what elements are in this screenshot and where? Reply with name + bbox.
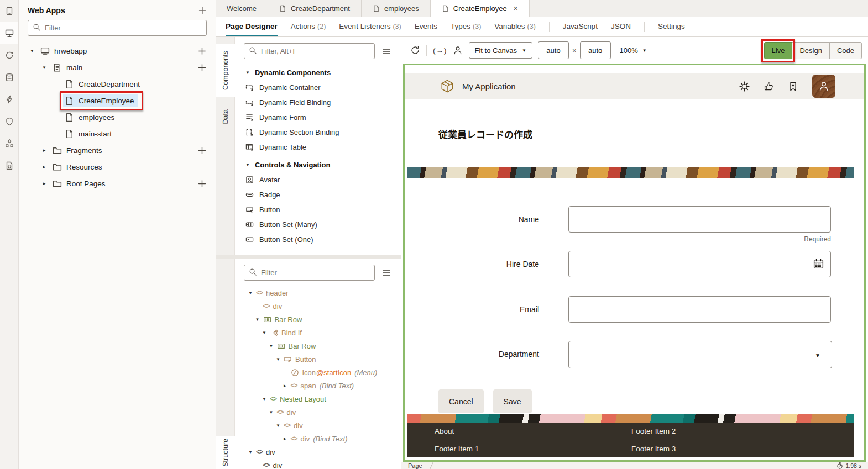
tree-expand-arrow[interactable]: ▼ <box>255 317 263 322</box>
editor-tab-createemployee[interactable]: CreateEmployee× <box>431 0 530 17</box>
tree-item-createdepartment[interactable]: CreateDepartment <box>19 76 216 92</box>
hire-date-input[interactable] <box>568 251 831 277</box>
web-apps-filter-input[interactable] <box>28 20 207 36</box>
tree-expand-arrow[interactable]: ▼ <box>30 49 39 54</box>
refresh-icon[interactable] <box>410 45 420 55</box>
avatar[interactable] <box>812 75 835 98</box>
structure-node-div[interactable]: <>div <box>235 459 401 469</box>
tree-expand-arrow[interactable]: ▼ <box>262 330 270 335</box>
zoom-select[interactable]: 100%▼ <box>620 46 647 55</box>
tree-collapse-arrow[interactable]: ► <box>42 181 51 186</box>
save-button[interactable]: Save <box>493 389 532 413</box>
field-department[interactable]: ▼ <box>568 341 832 368</box>
structure-node-icon[interactable]: Icon@startIcon(Menu) <box>235 366 401 379</box>
tree-collapse-arrow[interactable]: ► <box>283 383 291 388</box>
tree-expand-arrow[interactable]: ▼ <box>276 357 284 362</box>
component-button-set-many-[interactable]: Button Set (Many) <box>235 217 401 232</box>
tab-components[interactable]: Components <box>216 44 235 97</box>
editor-tab-employees[interactable]: employees <box>362 0 431 17</box>
rail-item-service-connections[interactable] <box>0 44 18 66</box>
structure-node-bar-row[interactable]: ▼Bar Row <box>235 313 401 326</box>
live-navigation-icon[interactable]: (→) <box>433 46 447 55</box>
gear-icon[interactable] <box>739 81 750 92</box>
structure-node-span[interactable]: ►<>span(Bind Text) <box>235 379 401 392</box>
component-button-set-one-[interactable]: Button Set (One) <box>235 232 401 247</box>
structure-node-div[interactable]: ▼<>div <box>235 405 401 419</box>
cancel-button[interactable]: Cancel <box>438 389 484 413</box>
footer-link-about[interactable]: About <box>435 427 631 435</box>
tree-collapse-arrow[interactable]: ► <box>42 148 51 153</box>
components-menu-icon[interactable] <box>381 46 391 56</box>
breadcrumb[interactable]: Page <box>408 462 422 469</box>
tree-item-createemployee[interactable]: CreateEmployee <box>19 92 216 109</box>
thumbs-up-icon[interactable] <box>764 81 774 92</box>
canvas-size-select[interactable]: Fit to Canvas▼ <box>469 42 533 59</box>
mode-code-button[interactable]: Code <box>829 42 862 59</box>
structure-node-bind-if[interactable]: ▼Bind If <box>235 326 401 339</box>
structure-node-div[interactable]: ▼<>div <box>235 419 401 432</box>
tree-expand-arrow[interactable]: ▼ <box>269 410 277 415</box>
structure-node-button[interactable]: ▼Button <box>235 352 401 366</box>
tree-expand-arrow[interactable]: ▼ <box>248 450 256 455</box>
name-input[interactable] <box>568 206 831 233</box>
structure-node-nested-layout[interactable]: ▼<>Nested Layout <box>235 392 401 405</box>
tab-structure[interactable]: Structure <box>216 436 235 469</box>
tree-item-main[interactable]: ▼main <box>19 59 216 76</box>
bookmark-plus-icon[interactable] <box>788 81 798 92</box>
rail-item-mobile-apps[interactable] <box>0 0 18 22</box>
component-dynamic-table[interactable]: Dynamic Table <box>235 140 401 155</box>
tab-page-designer[interactable]: Page Designer <box>226 17 278 36</box>
editor-tab-welcome[interactable]: Welcome <box>216 0 268 17</box>
structure-node-bar-row[interactable]: ▼Bar Row <box>235 339 401 352</box>
component-dynamic-section-binding[interactable]: Dynamic Section Binding <box>235 125 401 140</box>
tab-types[interactable]: Types(3) <box>451 17 481 36</box>
canvas-height-input[interactable] <box>580 41 611 59</box>
add-button[interactable] <box>197 46 207 56</box>
components-filter-input[interactable] <box>244 43 375 59</box>
footer-link-footer-item-3[interactable]: Footer Item 3 <box>631 445 854 453</box>
component-dynamic-container[interactable]: Dynamic Container <box>235 80 401 95</box>
component-dynamic-field-binding[interactable]: Dynamic Field Binding <box>235 95 401 110</box>
tree-item-root-pages[interactable]: ►Root Pages <box>19 175 216 192</box>
email-input[interactable] <box>568 296 831 323</box>
tab-settings[interactable]: Settings <box>658 17 685 36</box>
rail-item-web-apps[interactable] <box>0 22 18 44</box>
structure-node-div[interactable]: ▼<>div <box>235 445 401 459</box>
rail-item-layouts[interactable] <box>0 88 18 110</box>
mode-design-button[interactable]: Design <box>792 42 829 59</box>
component-dynamic-form[interactable]: Dynamic Form <box>235 110 401 125</box>
persona-icon[interactable] <box>453 45 463 55</box>
rail-item-components[interactable] <box>0 110 18 133</box>
add-web-app-button[interactable] <box>198 6 207 15</box>
component-badge[interactable]: Badge <box>235 187 401 202</box>
tab-event-listeners[interactable]: Event Listeners(3) <box>339 17 401 36</box>
structure-node-header[interactable]: ▼<>header <box>235 286 401 299</box>
tree-item-main-start[interactable]: main-start <box>19 125 216 142</box>
canvas-width-input[interactable] <box>538 41 569 59</box>
tree-item-employees[interactable]: employees <box>19 109 216 125</box>
section-controls-navigation[interactable]: ▼Controls & Navigation <box>235 157 401 172</box>
close-icon[interactable]: × <box>514 4 518 12</box>
tree-expand-arrow[interactable]: ▼ <box>262 397 270 402</box>
add-button[interactable] <box>197 146 207 155</box>
mode-live-button[interactable]: Live <box>764 42 793 59</box>
section-dynamic-components[interactable]: ▼Dynamic Components <box>235 65 401 80</box>
tree-expand-arrow[interactable]: ▼ <box>42 65 51 70</box>
tab-events[interactable]: Events <box>415 17 437 36</box>
footer-link-footer-item-2[interactable]: Footer Item 2 <box>631 427 854 435</box>
editor-tab-createdepartment[interactable]: CreateDepartment <box>268 0 362 17</box>
tree-item-hrwebapp[interactable]: ▼hrwebapp <box>19 43 216 59</box>
tree-item-resources[interactable]: ►Resources <box>19 159 216 175</box>
rail-item-business-objects[interactable] <box>0 66 18 88</box>
add-button[interactable] <box>197 179 207 188</box>
tab-data[interactable]: Data <box>216 104 235 129</box>
tree-expand-arrow[interactable]: ▼ <box>269 344 277 349</box>
tree-collapse-arrow[interactable]: ► <box>283 436 291 441</box>
rail-item-source[interactable] <box>0 155 18 177</box>
tab-javascript[interactable]: JavaScript <box>563 17 598 36</box>
add-button[interactable] <box>197 63 207 72</box>
tree-collapse-arrow[interactable]: ► <box>42 165 51 170</box>
tab-json[interactable]: JSON <box>611 17 631 36</box>
rail-item-processes[interactable] <box>0 133 18 155</box>
tab-actions[interactable]: Actions(2) <box>291 17 326 36</box>
